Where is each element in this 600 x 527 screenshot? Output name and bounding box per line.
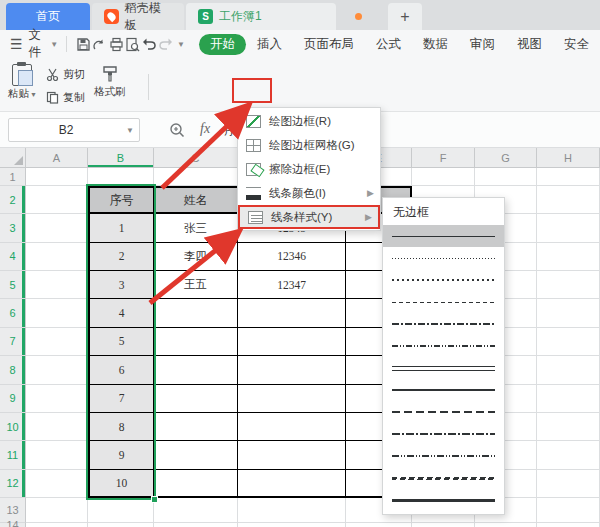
menu-item-绘图边框网格(G)[interactable]: 绘图边框网格(G) [238,133,380,157]
line-style-fine-dotted[interactable] [383,247,504,269]
cell-H3[interactable] [537,214,600,242]
cell-B8[interactable]: 6 [88,356,154,384]
cell-C13[interactable] [154,498,238,523]
line-style-thick-solid[interactable] [383,489,504,511]
cell-F14[interactable] [412,523,475,527]
row-header-12[interactable]: 12 [0,470,26,498]
cell-A3[interactable] [26,214,88,242]
cell-B10[interactable]: 8 [88,413,154,441]
tab-template[interactable]: 稻壳模板 [92,3,184,30]
cell-H9[interactable] [537,385,600,413]
cell-C14[interactable] [154,523,238,527]
cell-D9[interactable] [238,385,346,413]
row-header-7[interactable]: 7 [0,328,26,356]
ribbon-tab-页面布局[interactable]: 页面布局 [293,36,365,53]
new-tab-button[interactable]: + [388,3,422,30]
cell-B9[interactable]: 7 [88,385,154,413]
line-style-small-dashed[interactable] [383,291,504,313]
cell-F1[interactable] [412,168,475,186]
name-box[interactable]: B2 ▼ [8,118,140,142]
cell-B12[interactable]: 10 [88,470,154,498]
cell-B11[interactable]: 9 [88,441,154,469]
ribbon-tab-视图[interactable]: 视图 [506,36,553,53]
cell-H6[interactable] [537,299,600,327]
cell-B3[interactable]: 1 [88,214,154,242]
cell-A6[interactable] [26,299,88,327]
cell-D5[interactable]: 12347 [238,271,346,299]
menu-item-线条样式(Y)[interactable]: 线条样式(Y)▶ [238,205,380,229]
ribbon-tab-公式[interactable]: 公式 [365,36,412,53]
row-header-11[interactable]: 11 [0,441,26,469]
cell-B2[interactable]: 序号 [88,186,154,214]
export-icon[interactable] [92,34,109,54]
cell-A5[interactable] [26,271,88,299]
cell-H11[interactable] [537,441,600,469]
line-style-slant-dash-dot[interactable] [383,467,504,489]
row-header-1[interactable]: 1 [0,168,26,186]
insert-function-button[interactable]: fx [200,121,210,137]
cell-A9[interactable] [26,385,88,413]
line-style-square-dotted[interactable] [383,269,504,291]
cell-C12[interactable] [154,470,238,498]
redo-icon[interactable] [158,34,175,54]
more-commands-chevron-icon[interactable]: ▼ [177,40,185,49]
cell-H4[interactable] [537,243,600,271]
menu-item-绘图边框(R)[interactable]: 绘图边框(R) [238,109,380,133]
cell-A4[interactable] [26,243,88,271]
cell-B4[interactable]: 2 [88,243,154,271]
line-style-dash-dot[interactable] [383,313,504,335]
cell-C6[interactable] [154,299,238,327]
cell-C5[interactable]: 王五 [154,271,238,299]
menu-item-线条颜色(I)[interactable]: 线条颜色(I)▶ [238,181,380,205]
line-style-medium-dash-dot-dot[interactable] [383,445,504,467]
cell-D14[interactable] [238,523,346,527]
cell-H1[interactable] [537,168,600,186]
cell-C11[interactable] [154,441,238,469]
row-header-6[interactable]: 6 [0,299,26,327]
row-header-4[interactable]: 4 [0,243,26,271]
cell-C1[interactable] [154,168,238,186]
cell-C4[interactable]: 李四 [154,243,238,271]
cell-G14[interactable] [475,523,537,527]
cell-D7[interactable] [238,328,346,356]
cell-A1[interactable] [26,168,88,186]
copy-button[interactable]: 复制 [46,89,85,105]
cell-H10[interactable] [537,413,600,441]
cell-D11[interactable] [238,441,346,469]
column-header-G[interactable]: G [475,148,537,168]
cell-A13[interactable] [26,498,88,523]
cell-H14[interactable] [537,523,600,527]
hamburger-icon[interactable]: ☰ [10,36,23,52]
print-preview-icon[interactable] [125,34,142,54]
cell-H8[interactable] [537,356,600,384]
cell-A10[interactable] [26,413,88,441]
tab-home[interactable]: 首页 [6,3,90,30]
line-style-medium-dashed[interactable] [383,401,504,423]
column-header-F[interactable]: F [412,148,475,168]
column-header-A[interactable]: A [26,148,88,168]
line-style-double[interactable] [383,357,504,379]
cell-A2[interactable] [26,186,88,214]
file-menu[interactable]: 文件 [29,27,48,61]
cell-G1[interactable] [475,168,537,186]
cell-D6[interactable] [238,299,346,327]
cell-A14[interactable] [26,523,88,527]
print-icon[interactable] [108,34,125,54]
cell-D13[interactable] [238,498,346,523]
cell-B13[interactable] [88,498,154,523]
cell-H7[interactable] [537,328,600,356]
line-style-thin-solid[interactable] [383,225,504,247]
row-header-10[interactable]: 10 [0,413,26,441]
paste-button[interactable]: 粘贴▼ [8,64,37,101]
undo-icon[interactable] [141,34,158,54]
row-header-5[interactable]: 5 [0,271,26,299]
cell-B7[interactable]: 5 [88,328,154,356]
magnifier-icon[interactable] [166,120,188,140]
cell-C8[interactable] [154,356,238,384]
ribbon-tab-安全[interactable]: 安全 [553,36,600,53]
cell-H13[interactable] [537,498,600,523]
cell-A7[interactable] [26,328,88,356]
row-header-2[interactable]: 2 [0,186,26,214]
select-all-corner[interactable] [0,148,26,168]
column-header-B[interactable]: B [88,148,154,168]
